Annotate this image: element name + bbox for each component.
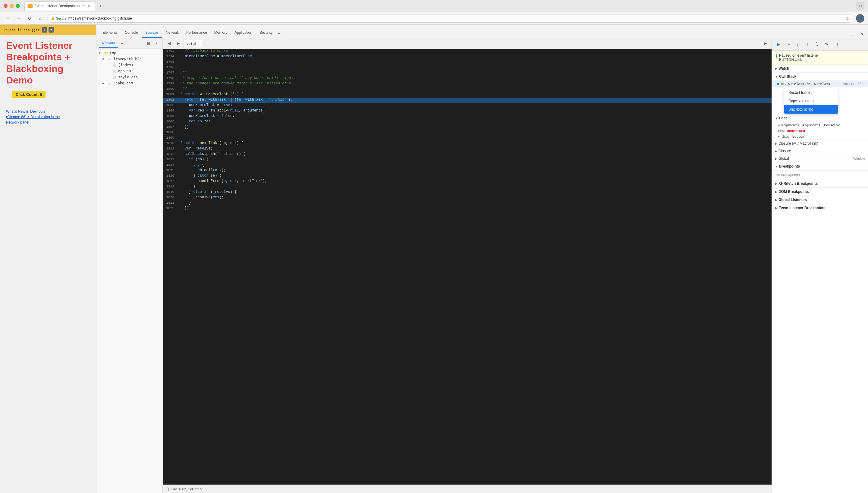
devtools: Elements Console Sources Network Perform… <box>96 25 868 493</box>
close-devtools-button[interactable]: ✕ <box>858 30 866 38</box>
file-panel-tab-network[interactable]: Network <box>99 39 118 48</box>
debugger-toolbar: ▶ ↷ ↓ ↑ ⤵ ✎ ⏸ <box>772 38 868 51</box>
step-into-button[interactable]: ↓ <box>794 40 802 48</box>
tree-item-framework[interactable]: ▼ ☁ framework-bla… <box>96 56 162 62</box>
address-bar[interactable]: 🔒 Secure https://framework-blackboxing.g… <box>47 14 853 23</box>
devtools-actions: ⋮ ✕ <box>849 30 866 38</box>
watch-section-header[interactable]: Watch <box>772 64 868 72</box>
tree-label-framework: framework-bla… <box>113 57 144 61</box>
file-panel-more-button[interactable]: » <box>120 40 124 47</box>
maximize-window-button[interactable] <box>16 4 20 8</box>
tree-item-stylecss[interactable]: ▶ ⬜ style.css <box>96 74 162 80</box>
scope-arguments[interactable]: ▶ arguments: Arguments [MouseEve… <box>772 122 868 128</box>
local-section-header[interactable]: Local <box>772 114 868 122</box>
callstack-item-0[interactable]: fn._withTask.fn._withTask vue.js:1802 <box>772 81 868 87</box>
tab-sources[interactable]: Sources <box>142 28 162 38</box>
resume-execution-button[interactable]: ▶ <box>774 40 783 48</box>
tab-memory[interactable]: Memory <box>211 28 231 38</box>
no-breakpoints-text: No breakpoints <box>772 171 868 179</box>
closure-withmacrotask-header[interactable]: Closure (withMacroTask) <box>772 140 868 147</box>
more-tabs-button[interactable]: » <box>276 27 282 38</box>
context-menu-restart-frame[interactable]: Restart frame <box>784 88 838 97</box>
code-line-1812: 1812 callbacks.push(function () { <box>163 152 772 157</box>
global-label: Global <box>779 156 789 160</box>
file-panel-action-2[interactable]: ⋮ <box>153 40 160 47</box>
closure-withmacrotask-arrow <box>775 142 777 145</box>
event-listener-breakpoints-header[interactable]: Event Listener Breakpoints <box>772 204 868 212</box>
dom-breakpoints-header[interactable]: DOM Breakpoints <box>772 188 868 196</box>
callstack-label: Call Stack <box>779 74 796 79</box>
global-listeners-header[interactable]: Global Listeners <box>772 196 868 204</box>
event-listeners-arrow <box>775 207 777 210</box>
cursor-position: Line 1802, Column 51 <box>172 487 204 491</box>
format-button[interactable]: {} <box>166 487 169 491</box>
click-count-button[interactable]: Click Count: 5 <box>12 91 45 98</box>
home-button[interactable]: ⌂ <box>36 14 45 23</box>
active-browser-tab[interactable]: ⚡ Event Listener Breakpoints + ☆ × <box>24 1 95 10</box>
new-tab-button[interactable]: + <box>96 2 105 10</box>
close-window-button[interactable] <box>4 4 7 8</box>
tab-application[interactable]: Application <box>231 28 256 38</box>
pause-controls: ▶ ⟳ <box>42 27 54 33</box>
tree-item-top[interactable]: ▼ 📁 top <box>96 50 162 56</box>
tab-elements[interactable]: Elements <box>99 28 121 38</box>
window-share-button[interactable]: □ <box>856 2 864 10</box>
dock-button[interactable]: ⋮ <box>849 30 856 38</box>
code-line-1796: 1796 <box>163 65 772 70</box>
code-line-1822: 1822 }) <box>163 206 772 212</box>
code-editor: 1793 // fallback to macro 1794 microTime… <box>163 49 772 485</box>
code-line-1820: 1820 _resolve(ctx); <box>163 195 772 201</box>
code-line-1807: 1807 }) <box>163 125 772 130</box>
nav-right-actions: 👤 <box>856 14 864 23</box>
tab-security[interactable]: Security <box>256 28 276 38</box>
code-tab-close[interactable]: × <box>197 42 199 45</box>
tree-item-unpkg[interactable]: ▶ ☁ unpkg.com <box>96 80 162 86</box>
resume-button[interactable]: ▶ <box>42 27 47 33</box>
page-links: What's New In DevTools (Chrome 66) > Bla… <box>0 103 96 131</box>
minimize-window-button[interactable] <box>9 4 14 8</box>
tree-item-appjs[interactable]: ▶ ⬜ app.js <box>96 68 162 74</box>
step-over-button[interactable]: ⟳ <box>48 27 54 33</box>
tab-performance[interactable]: Performance <box>183 28 211 38</box>
page-content: Paused in debugger ▶ ⟳ Event Listener Br… <box>0 25 96 493</box>
step-over-button[interactable]: ↷ <box>784 40 793 48</box>
breakpoints-section-header[interactable]: Breakpoints <box>772 163 868 171</box>
code-nav-back[interactable]: ◀ <box>165 40 173 47</box>
dom-arrow-icon <box>775 190 777 193</box>
file-panel-action-1[interactable]: ⊞ <box>145 40 152 47</box>
step-out-button[interactable]: ↑ <box>803 40 812 48</box>
code-line-1794: 1794 microTimerFunc = macroTimerFunc; <box>163 54 772 60</box>
code-execute-button[interactable]: ▶ <box>761 40 769 47</box>
page-link-2[interactable]: (Chrome 66) > Blackboxing in the <box>6 114 90 120</box>
code-line-1813: 1813 if (cb) { <box>163 157 772 163</box>
back-button[interactable]: ← <box>4 14 12 23</box>
paused-notice-title: Paused on event listener <box>779 53 819 58</box>
code-line-1801: 1801 function withMacroTask (fn) { <box>163 92 772 98</box>
callstack-items-container: fn._withTask.fn._withTask vue.js:1802 Re… <box>772 81 868 87</box>
tab-close-button[interactable]: × <box>87 4 91 8</box>
callstack-section-header[interactable]: Call Stack <box>772 72 868 81</box>
tab-network[interactable]: Network <box>162 28 183 38</box>
context-menu-blackbox-script[interactable]: Blackbox script <box>784 105 838 114</box>
step-button[interactable]: ⤵ <box>813 40 821 48</box>
profile-button[interactable]: 👤 <box>856 14 864 23</box>
scope-this[interactable]: ▶ this: button <box>772 134 868 140</box>
tree-item-index[interactable]: ▶ ⬜ (index) <box>96 62 162 68</box>
context-menu-copy-stack-trace[interactable]: Copy stack trace <box>784 97 838 105</box>
code-nav-forward[interactable]: ▶ <box>174 40 182 47</box>
forward-button[interactable]: → <box>15 14 23 23</box>
page-link-1[interactable]: What's New In DevTools <box>6 109 90 114</box>
code-line-1802: 1802 return fn._withTask || (fn._withTas… <box>163 98 772 103</box>
bookmark-active-icon[interactable]: ✩ <box>846 16 850 21</box>
deactivate-breakpoints-button[interactable]: ✎ <box>823 40 831 48</box>
reload-button[interactable]: ↻ <box>25 14 34 23</box>
closure-header[interactable]: Closure <box>772 147 868 155</box>
xhr-breakpoints-header[interactable]: XHR/fetch Breakpoints <box>772 179 868 188</box>
global-value: Window <box>853 157 865 160</box>
global-header[interactable]: Global Window <box>772 155 868 163</box>
page-link-3[interactable]: Network panel <box>6 120 90 125</box>
pause-on-exceptions-button[interactable]: ⏸ <box>832 40 841 48</box>
code-tab-vuejs[interactable]: vue.js × <box>183 39 202 47</box>
tab-console[interactable]: Console <box>121 28 142 38</box>
code-line-1800: 1800 */ <box>163 87 772 92</box>
